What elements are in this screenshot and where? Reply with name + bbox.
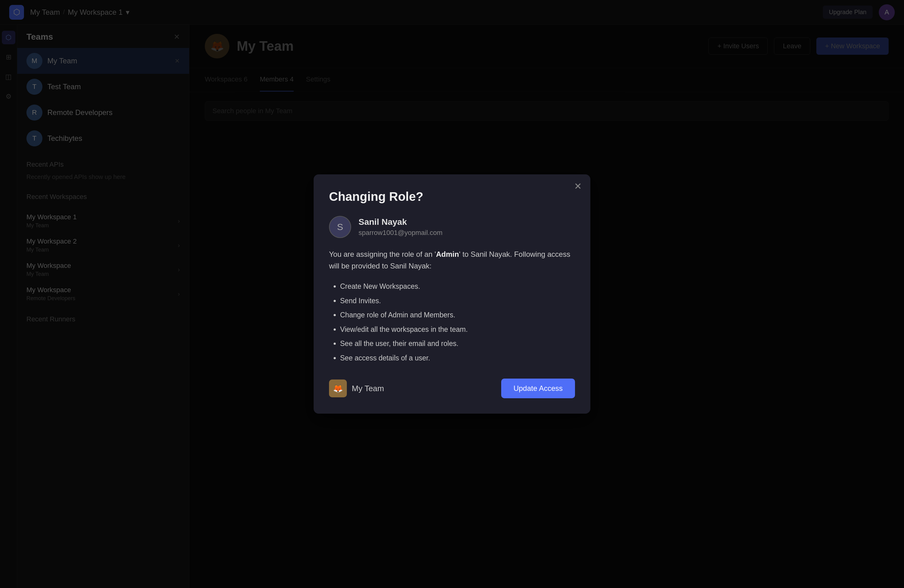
modal-team-avatar: 🦊	[329, 379, 347, 397]
modal-desc-start: You are assigning the role of an '	[329, 250, 436, 258]
modal-user-name: Sanil Nayak	[359, 217, 443, 227]
modal-team-info: 🦊 My Team	[329, 379, 384, 397]
modal-title: Changing Role?	[329, 190, 575, 204]
modal-close-button[interactable]: ✕	[574, 182, 582, 191]
list-item: View/edit all the workspaces in the team…	[340, 324, 575, 335]
list-item: Create New Workspaces.	[340, 281, 575, 292]
modal-access-list: Create New Workspaces. Send Invites. Cha…	[329, 281, 575, 363]
modal-footer: 🦊 My Team Update Access	[329, 379, 575, 398]
list-item: Send Invites.	[340, 296, 575, 306]
list-item: Change role of Admin and Members.	[340, 310, 575, 321]
list-item: See access details of a user.	[340, 353, 575, 364]
modal-user-details: Sanil Nayak sparrow1001@yopmail.com	[359, 217, 443, 237]
modal-overlay: ✕ Changing Role? S Sanil Nayak sparrow10…	[0, 0, 904, 588]
modal-user-email: sparrow1001@yopmail.com	[359, 229, 443, 237]
update-access-button[interactable]: Update Access	[501, 379, 575, 398]
changing-role-modal: ✕ Changing Role? S Sanil Nayak sparrow10…	[314, 174, 590, 414]
modal-user-info: S Sanil Nayak sparrow1001@yopmail.com	[329, 216, 575, 238]
modal-user-avatar: S	[329, 216, 351, 238]
modal-team-name: My Team	[352, 384, 384, 394]
list-item: See all the user, their email and roles.	[340, 338, 575, 349]
modal-description: You are assigning the role of an 'Admin'…	[329, 248, 575, 272]
modal-role-label: Admin	[436, 250, 459, 258]
